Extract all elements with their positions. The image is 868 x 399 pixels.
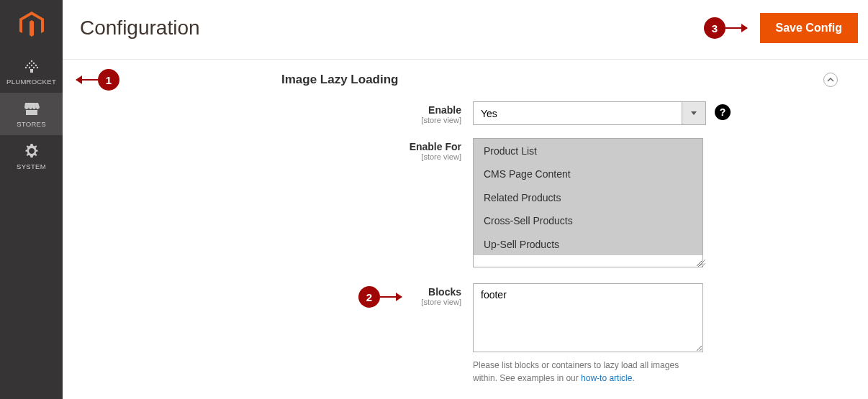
callout-circle: 1	[98, 69, 119, 91]
field-blocks-scope: [store view]	[80, 298, 461, 306]
page-title: Configuration	[80, 17, 200, 40]
blocks-note-prefix: Please list blocks or containers to lazy…	[473, 360, 679, 383]
field-blocks-input-col: footer Please list blocks or containers …	[473, 283, 706, 385]
callout-arrow	[380, 296, 402, 298]
field-enablefor-label: Enable For	[410, 141, 461, 152]
callout-1: 1	[76, 69, 119, 91]
magento-logo-icon	[19, 12, 44, 39]
multiselect-spacer	[474, 255, 702, 267]
sidebar-item-stores[interactable]: STORES	[0, 93, 63, 135]
multiselect-option[interactable]: Related Products	[474, 185, 702, 208]
svg-point-8	[32, 67, 34, 68]
field-enable-scope: [store view]	[80, 116, 461, 124]
blocks-note: Please list blocks or containers to lazy…	[473, 359, 703, 385]
sidebar-label-stores: STORES	[17, 120, 46, 128]
field-enable-row: Enable [store view] ?	[80, 98, 851, 125]
svg-point-2	[32, 63, 34, 64]
field-enablefor-scope: [store view]	[80, 152, 461, 161]
section-title: Image Lazy Loading	[281, 73, 398, 87]
callout-2: 2	[358, 286, 402, 308]
field-enablefor-input-col: Product List CMS Page Content Related Pr…	[473, 138, 706, 267]
svg-point-6	[24, 67, 26, 68]
svg-point-9	[36, 67, 37, 68]
field-blocks-label: Blocks	[428, 286, 461, 298]
magento-logo[interactable]	[0, 0, 63, 50]
callout-arrow	[725, 27, 747, 29]
stores-icon	[24, 101, 40, 117]
callout-arrow	[76, 79, 98, 81]
sidebar-item-plumrocket[interactable]: PLUMROCKET	[0, 50, 63, 93]
svg-point-0	[30, 60, 32, 62]
svg-rect-11	[26, 110, 37, 115]
sidebar-item-system[interactable]: SYSTEM	[0, 135, 63, 178]
gear-icon	[24, 144, 39, 160]
callout-circle: 2	[358, 286, 380, 308]
svg-point-5	[35, 65, 36, 66]
multiselect-option[interactable]: Up-Sell Products	[474, 232, 702, 255]
sidebar-label-plumrocket: PLUMROCKET	[6, 78, 56, 86]
field-enable-input-col: ?	[473, 101, 706, 125]
chevron-down-icon	[691, 111, 697, 115]
howto-link[interactable]: how-to article	[581, 373, 632, 383]
callout-circle: 3	[704, 17, 725, 39]
collapse-toggle[interactable]	[823, 73, 838, 87]
admin-sidebar: PLUMROCKET STORES SYSTEM	[0, 0, 63, 399]
callout-3: 3	[704, 17, 747, 39]
config-content: Image Lazy Loading Enable [store view]	[63, 60, 868, 385]
enable-select[interactable]	[473, 101, 706, 125]
field-enablefor-row: Enable For [store view] Product List CMS…	[80, 135, 851, 267]
svg-point-1	[28, 63, 30, 64]
field-enable-label: Enable	[428, 104, 461, 116]
svg-point-7	[28, 67, 30, 68]
enable-select-value[interactable]	[473, 101, 682, 125]
enablefor-multiselect[interactable]: Product List CMS Page Content Related Pr…	[473, 138, 703, 267]
field-enable-label-col: Enable [store view]	[80, 101, 473, 124]
svg-point-12	[30, 149, 34, 153]
chevron-up-icon	[827, 78, 834, 82]
sidebar-label-system: SYSTEM	[17, 162, 46, 170]
blocks-textarea[interactable]: footer	[473, 283, 703, 352]
save-config-button[interactable]: Save Config	[760, 13, 858, 43]
field-blocks-label-col: Blocks [store view]	[80, 283, 473, 306]
plumrocket-icon	[24, 59, 40, 75]
svg-point-4	[30, 65, 32, 66]
multiselect-option[interactable]: Cross-Sell Products	[474, 208, 702, 231]
help-tooltip-icon[interactable]: ?	[715, 104, 731, 120]
svg-rect-10	[30, 69, 33, 73]
select-arrow[interactable]	[682, 101, 706, 125]
field-enablefor-label-col: Enable For [store view]	[80, 138, 473, 161]
multiselect-option[interactable]: Product List	[474, 139, 702, 162]
multiselect-option[interactable]: CMS Page Content	[474, 162, 702, 185]
blocks-note-suffix: .	[632, 373, 634, 383]
field-blocks-row: Blocks [store view] footer Please list b…	[80, 280, 851, 385]
main-content: Configuration Save Config Image Lazy Loa…	[63, 0, 868, 399]
svg-point-3	[26, 65, 27, 66]
section-header[interactable]: Image Lazy Loading	[80, 73, 851, 98]
